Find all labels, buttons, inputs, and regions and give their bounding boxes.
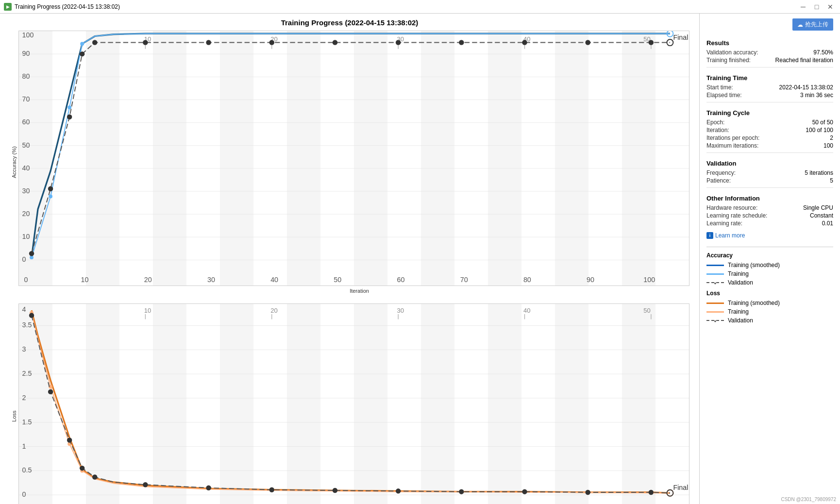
right-panel: ☁ 抢先上传 Results Validation accuracy: 97.5… (699, 14, 840, 504)
app-icon: ▶ (4, 3, 12, 11)
svg-text:40: 40 (22, 164, 30, 172)
validation-accuracy-value: 97.50% (813, 49, 833, 56)
accuracy-svg: 0 10 20 30 40 50 60 70 80 90 100 (19, 31, 689, 286)
training-time-header: Training Time (706, 74, 833, 82)
svg-text:100: 100 (643, 276, 655, 284)
svg-text:60: 60 (397, 276, 405, 284)
hardware-value: Single CPU (803, 204, 833, 211)
svg-point-62 (585, 40, 590, 45)
svg-point-53 (80, 51, 84, 56)
maximize-button[interactable]: □ (811, 2, 823, 11)
max-iter-row: Maximum iterations: 100 (706, 142, 833, 150)
svg-text:3: 3 (22, 345, 26, 353)
frequency-row: Frequency: 5 iterations (706, 169, 833, 177)
svg-point-114 (92, 474, 97, 479)
svg-text:50: 50 (22, 141, 30, 149)
svg-point-57 (269, 40, 274, 45)
lr-schedule-value: Constant (810, 212, 833, 219)
svg-text:30: 30 (207, 276, 215, 284)
accuracy-y-label: Accuracy (%) (10, 31, 18, 294)
svg-text:60: 60 (22, 118, 30, 126)
validation-accuracy-label: Validation accuracy: (706, 49, 758, 56)
legend-accuracy-validation: Validation (706, 279, 833, 286)
results-header: Results (706, 39, 833, 47)
iter-per-epoch-row: Iterations per epoch: 2 (706, 134, 833, 142)
svg-point-56 (206, 40, 211, 45)
svg-point-55 (143, 40, 148, 45)
legend-label-training-smoothed-acc: Training (smoothed) (728, 262, 780, 269)
training-finished-label: Training finished: (706, 57, 751, 64)
epoch-value: 50 of 50 (812, 119, 833, 126)
frequency-label: Frequency: (706, 169, 736, 176)
panel-top-bar: ☁ 抢先上传 (706, 18, 833, 31)
legend-accuracy-title: Accuracy (706, 252, 833, 259)
legend-label-training-loss: Training (728, 308, 749, 315)
svg-point-117 (269, 487, 274, 492)
iter-per-epoch-label: Iterations per epoch: (706, 134, 759, 141)
svg-text:20: 20 (270, 307, 277, 314)
iteration-value: 100 of 100 (806, 127, 833, 134)
max-iter-value: 100 (823, 142, 833, 149)
svg-rect-66 (19, 304, 689, 504)
main-area: Training Progress (2022-04-15 13:38:02) … (0, 14, 840, 504)
loss-svg: 0 0.5 1 1.5 2 2.5 3 3.5 4 0 10 (19, 304, 689, 504)
svg-point-63 (649, 40, 654, 45)
start-time-row: Start time: 2022-04-15 13:38:02 (706, 84, 833, 91)
svg-point-122 (585, 489, 590, 494)
learn-more-link[interactable]: i Learn more (706, 232, 833, 239)
iteration-row: Iteration: 100 of 100 (706, 126, 833, 134)
svg-text:80: 80 (523, 276, 531, 284)
legend-accuracy-training: Training (706, 270, 833, 277)
svg-text:90: 90 (587, 276, 594, 284)
lr-schedule-row: Learning rate schedule: Constant (706, 212, 833, 219)
legend-label-validation-loss: Validation (728, 317, 753, 324)
loss-chart: 0 0.5 1 1.5 2 2.5 3 3.5 4 0 10 (18, 303, 689, 504)
legend-line-validation-acc (706, 282, 724, 283)
svg-point-111 (48, 389, 53, 394)
svg-text:50: 50 (643, 307, 650, 314)
training-finished-value: Reached final iteration (775, 57, 833, 64)
lr-value: 0.01 (822, 220, 833, 227)
titlebar-title: Training Progress (2022-04-15 13:38:02) (15, 3, 120, 10)
svg-point-51 (48, 186, 53, 191)
titlebar: ▶ Training Progress (2022-04-15 13:38:02… (0, 0, 840, 14)
lr-schedule-label: Learning rate schedule: (706, 212, 767, 219)
accuracy-chart-wrapper: Accuracy (%) (10, 31, 689, 294)
accuracy-x-label: Iteration (29, 286, 689, 294)
patience-label: Patience: (706, 177, 731, 184)
learn-more-label: Learn more (715, 232, 745, 239)
divider-1 (706, 67, 833, 67)
start-time-label: Start time: (706, 84, 733, 91)
iter-per-epoch-value: 2 (830, 134, 833, 141)
svg-text:70: 70 (460, 276, 468, 284)
svg-point-120 (459, 489, 464, 494)
svg-text:30: 30 (397, 307, 404, 314)
svg-point-121 (522, 489, 527, 494)
svg-text:1.5: 1.5 (22, 418, 32, 425)
upload-icon: ☁ (797, 21, 803, 28)
legend-section: Accuracy Training (smoothed) Training Va… (706, 247, 833, 326)
svg-text:10: 10 (144, 307, 151, 314)
svg-text:40: 40 (523, 307, 530, 314)
info-icon: i (706, 232, 713, 239)
svg-text:2.5: 2.5 (22, 370, 32, 377)
epoch-row: Epoch: 50 of 50 (706, 118, 833, 126)
close-button[interactable]: ✕ (824, 2, 836, 11)
svg-text:40: 40 (270, 276, 278, 284)
svg-text:0: 0 (22, 255, 26, 263)
legend-loss-smoothed: Training (smoothed) (706, 300, 833, 306)
legend-loss-title: Loss (706, 290, 833, 297)
divider-3 (706, 152, 833, 153)
svg-text:10: 10 (22, 233, 30, 240)
legend-line-validation-loss (706, 320, 724, 321)
elapsed-time-row: Elapsed time: 3 min 36 sec (706, 91, 833, 99)
svg-text:20: 20 (22, 210, 30, 218)
minimize-button[interactable]: ─ (797, 2, 809, 11)
lr-row: Learning rate: 0.01 (706, 219, 833, 227)
svg-text:80: 80 (22, 72, 30, 80)
upload-button[interactable]: ☁ 抢先上传 (792, 18, 833, 31)
elapsed-time-value: 3 min 36 sec (800, 92, 833, 99)
hardware-row: Hardware resource: Single CPU (706, 204, 833, 212)
titlebar-left: ▶ Training Progress (2022-04-15 13:38:02… (4, 3, 120, 11)
legend-line-training-loss (706, 311, 724, 313)
